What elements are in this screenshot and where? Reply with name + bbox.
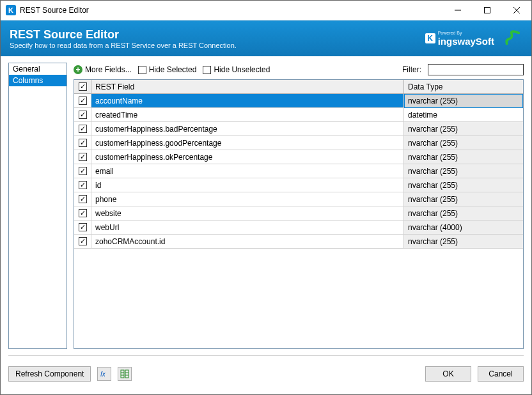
svg-rect-1	[485, 8, 490, 13]
table-row[interactable]: customerHappiness.badPercentagenvarchar …	[74, 122, 523, 136]
sidebar-item-columns[interactable]: Columns	[9, 75, 66, 86]
header-checkbox-cell[interactable]	[74, 80, 91, 94]
row-field-cell[interactable]: phone	[91, 192, 404, 206]
table-row[interactable]: zohoCRMAccount.idnvarchar (255)	[74, 235, 523, 249]
brand-k-icon: K	[425, 33, 435, 43]
hide-selected-label: Hide Selected	[149, 65, 197, 74]
header-type[interactable]: Data Type	[404, 80, 523, 94]
grid: REST Field Data Type accountNamenvarchar…	[74, 79, 524, 349]
row-type-cell[interactable]: nvarchar (255)	[404, 178, 523, 192]
table-row[interactable]: accountNamenvarchar (255)	[74, 94, 523, 108]
plus-icon: +	[74, 65, 82, 74]
sidebar-item-general[interactable]: General	[9, 63, 66, 75]
maximize-button[interactable]	[473, 1, 502, 20]
maximize-icon	[484, 7, 490, 13]
brand-powered-by: Powered By	[438, 31, 494, 36]
expression-button[interactable]: fx	[97, 367, 111, 381]
row-checkbox-cell[interactable]	[74, 108, 91, 122]
cancel-label: Cancel	[489, 369, 512, 378]
body: GeneralColumns + More Fields... Hide Sel…	[1, 56, 531, 349]
grid-body[interactable]: accountNamenvarchar (255)createdTimedate…	[74, 94, 523, 348]
row-field-cell[interactable]: zohoCRMAccount.id	[91, 235, 404, 249]
table-row[interactable]: phonenvarchar (255)	[74, 192, 523, 206]
table-row[interactable]: idnvarchar (255)	[74, 178, 523, 192]
checkbox-icon	[79, 167, 87, 175]
fx-icon: fx	[100, 369, 109, 378]
row-field-cell[interactable]: id	[91, 178, 404, 192]
table-row[interactable]: emailnvarchar (255)	[74, 164, 523, 178]
header-field[interactable]: REST Field	[91, 80, 404, 94]
banner: REST Source Editor Specify how to read d…	[1, 20, 531, 56]
table-row[interactable]: webUrlnvarchar (4000)	[74, 221, 523, 235]
row-type-cell[interactable]: nvarchar (255)	[404, 206, 523, 221]
row-checkbox-cell[interactable]	[74, 192, 91, 206]
row-checkbox-cell[interactable]	[74, 221, 91, 235]
checkbox-icon	[79, 237, 87, 245]
row-field-cell[interactable]: customerHappiness.goodPercentage	[91, 136, 404, 150]
row-checkbox-cell[interactable]	[74, 94, 91, 108]
svg-rect-6	[125, 370, 129, 378]
row-type-cell[interactable]: nvarchar (255)	[404, 235, 523, 249]
app-icon	[6, 5, 16, 15]
checkbox-icon	[203, 66, 211, 74]
checkbox-icon	[79, 97, 87, 105]
row-type-cell[interactable]: nvarchar (255)	[404, 136, 523, 150]
titlebar: REST Source Editor	[1, 1, 531, 20]
table-row[interactable]: customerHappiness.okPercentagenvarchar (…	[74, 150, 523, 164]
close-button[interactable]	[502, 1, 531, 20]
row-checkbox-cell[interactable]	[74, 122, 91, 136]
table-row[interactable]: websitenvarchar (255)	[74, 206, 523, 221]
row-checkbox-cell[interactable]	[74, 235, 91, 249]
more-fields-button[interactable]: + More Fields...	[74, 65, 132, 74]
hide-selected-checkbox[interactable]: Hide Selected	[138, 65, 197, 74]
toolbar: + More Fields... Hide Selected Hide Unse…	[74, 63, 524, 77]
row-type-cell[interactable]: nvarchar (255)	[404, 150, 523, 164]
row-checkbox-cell[interactable]	[74, 206, 91, 221]
row-field-cell[interactable]: email	[91, 164, 404, 178]
main: + More Fields... Hide Selected Hide Unse…	[74, 63, 524, 349]
row-checkbox-cell[interactable]	[74, 136, 91, 150]
row-type-cell[interactable]: nvarchar (255)	[404, 164, 523, 178]
row-field-cell[interactable]: webUrl	[91, 221, 404, 235]
row-field-cell[interactable]: website	[91, 206, 404, 221]
checkbox-icon	[79, 223, 87, 231]
hide-unselected-checkbox[interactable]: Hide Unselected	[203, 65, 270, 74]
checkbox-icon	[138, 66, 146, 74]
row-checkbox-cell[interactable]	[74, 164, 91, 178]
ok-button[interactable]: OK	[425, 366, 471, 382]
close-icon	[513, 7, 520, 13]
grid-header: REST Field Data Type	[74, 80, 523, 94]
row-field-cell[interactable]: createdTime	[91, 108, 404, 122]
row-checkbox-cell[interactable]	[74, 178, 91, 192]
cancel-button[interactable]: Cancel	[478, 366, 524, 382]
row-field-cell[interactable]: customerHappiness.okPercentage	[91, 150, 404, 164]
row-type-cell[interactable]: nvarchar (4000)	[404, 221, 523, 235]
checkbox-icon	[79, 139, 87, 147]
refresh-label: Refresh Component	[15, 369, 84, 378]
grid-doc-icon	[120, 369, 129, 378]
row-type-cell[interactable]: datetime	[404, 108, 523, 122]
row-type-cell[interactable]: nvarchar (255)	[404, 122, 523, 136]
row-type-cell[interactable]: nvarchar (255)	[404, 192, 523, 206]
row-checkbox-cell[interactable]	[74, 150, 91, 164]
minimize-button[interactable]	[443, 1, 473, 20]
row-field-cell[interactable]: customerHappiness.badPercentage	[91, 122, 404, 136]
documentation-button[interactable]	[118, 367, 132, 381]
svg-text:fx: fx	[100, 371, 106, 378]
more-fields-label: More Fields...	[85, 65, 132, 74]
checkbox-icon	[79, 195, 87, 203]
minimize-icon	[455, 7, 461, 13]
banner-title: REST Source Editor	[10, 27, 237, 42]
row-type-cell[interactable]: nvarchar (255)	[404, 94, 523, 108]
table-row[interactable]: createdTimedatetime	[74, 108, 523, 122]
footer: Refresh Component fx OK Cancel	[8, 355, 524, 387]
checkbox-icon	[79, 209, 87, 217]
row-field-cell[interactable]: accountName	[91, 94, 404, 108]
table-row[interactable]: customerHappiness.goodPercentagenvarchar…	[74, 136, 523, 150]
refresh-button[interactable]: Refresh Component	[8, 366, 91, 382]
checkbox-icon	[79, 82, 87, 91]
checkbox-icon	[79, 181, 87, 189]
connector-icon	[503, 28, 522, 49]
banner-description: Specify how to read data from a REST Ser…	[10, 42, 237, 49]
filter-input[interactable]	[428, 64, 524, 75]
